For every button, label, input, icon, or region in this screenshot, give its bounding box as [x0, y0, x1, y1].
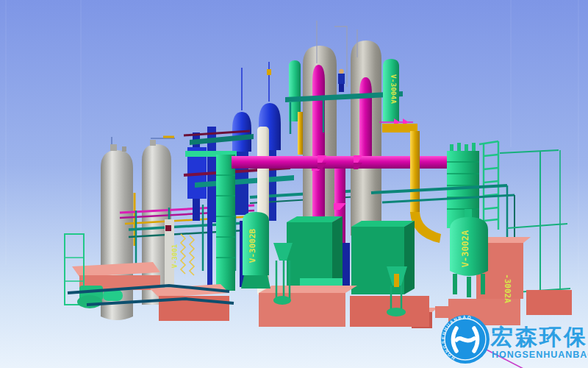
green-box-2 [351, 221, 415, 294]
company-name-cn: 宏森环保 [490, 325, 588, 349]
gray-column-2 [351, 40, 381, 236]
navy-standpipe [343, 243, 350, 290]
label-v3002a: V-3002A [460, 230, 470, 267]
label-v3001: V-3001 [171, 244, 179, 269]
label-v3002b: V-3002B [248, 228, 257, 263]
green-plate-tower [216, 155, 235, 291]
label-v3004a: V-3004A [390, 74, 398, 104]
label-v3002a-leader: -3002A [503, 274, 512, 303]
magenta-riser-2 [359, 77, 372, 158]
magenta-riser-1 [312, 65, 325, 243]
vessel-v3002b: V-3002B [241, 212, 270, 289]
plant-3d-model: V-3001 [0, 0, 588, 368]
vessel-v3002a: V-3002A [450, 209, 488, 297]
company-name-en: HONGSENHUANBAO [492, 350, 588, 360]
cad-viewport: V-3001 [0, 0, 588, 368]
green-cylinder-v3004a: V-3004A [383, 59, 399, 121]
